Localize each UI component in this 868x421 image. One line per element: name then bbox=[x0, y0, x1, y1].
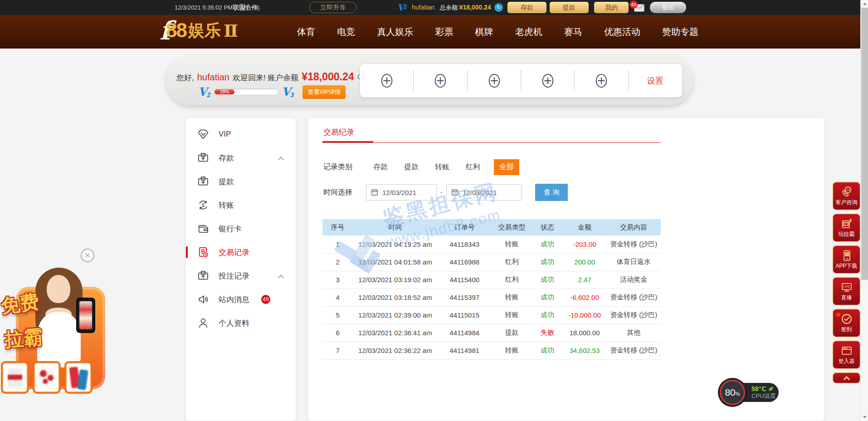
sidebar-item-transaction-record[interactable]: 交易记录 bbox=[186, 240, 296, 264]
promo-phone-image bbox=[76, 298, 95, 333]
account-balance: ¥18,000.24 bbox=[302, 71, 354, 83]
leaf-icon bbox=[768, 386, 774, 392]
cell-type: 红利 bbox=[492, 253, 532, 271]
sidebar-item-withdraw[interactable]: 提款 bbox=[186, 170, 296, 193]
date-to-input[interactable] bbox=[446, 184, 522, 201]
vertical-scrollbar[interactable] bbox=[860, 0, 868, 421]
free-slots-promo-banner[interactable]: 免费 拉霸 bbox=[0, 268, 107, 395]
promo-text-line1: 免费 bbox=[0, 289, 40, 319]
plus-circle-icon bbox=[594, 72, 609, 89]
sidebar-item-bank-card[interactable]: 银行卡 bbox=[186, 217, 296, 240]
quick-add-slot-3[interactable] bbox=[468, 64, 521, 97]
withdraw-button[interactable]: 提款 bbox=[550, 2, 589, 13]
launcher-button[interactable]: 登入器 bbox=[832, 340, 861, 369]
alliance-link[interactable]: 联盟合作 bbox=[233, 0, 258, 15]
deposit-button[interactable]: 存款 bbox=[507, 2, 546, 13]
rail-button-label: 直播 bbox=[841, 294, 852, 302]
cell-time: 12/03/2021 03:19:02 am bbox=[353, 271, 438, 289]
nav-item[interactable]: 真人娱乐 bbox=[377, 26, 413, 38]
mine-button[interactable]: 我的 bbox=[594, 2, 629, 13]
logo-ii: Ⅱ bbox=[224, 20, 238, 41]
message-count-badge: 49 bbox=[261, 295, 270, 304]
sidebar-item-messages[interactable]: 站内消息 49 bbox=[186, 288, 296, 311]
scroll-up-arrow[interactable] bbox=[861, 0, 868, 8]
quick-add-slot-2[interactable] bbox=[414, 64, 467, 97]
transaction-records-panel: 交易纪录 记录类别 存款提款转账红利全部 时间选择 - 查 询 bbox=[307, 117, 825, 421]
slot-reel-jersey bbox=[1, 361, 29, 394]
filter-chip[interactable]: 转账 bbox=[435, 162, 449, 172]
settings-button[interactable]: 设置 bbox=[629, 64, 682, 97]
nav-item[interactable]: 赞助专题 bbox=[662, 26, 698, 38]
table-header-cell: 状态 bbox=[532, 219, 563, 235]
deposit-icon bbox=[197, 152, 210, 164]
upgrade-button[interactable]: 立即升等 bbox=[309, 2, 356, 13]
vip-progress-value: 28% bbox=[215, 89, 234, 94]
nav-item[interactable]: 赛马 bbox=[564, 26, 582, 38]
site-logo[interactable]: f88娱乐Ⅱ bbox=[160, 17, 238, 44]
filter-chip[interactable]: 红利 bbox=[466, 162, 480, 172]
table-row: 7 12/03/2021 02:36:22 am 44114981 转账 成功 … bbox=[322, 342, 661, 359]
rail-button-label: 玩拉霸 bbox=[839, 230, 855, 238]
scrollbar-thumb[interactable] bbox=[861, 8, 868, 280]
app-download-icon bbox=[840, 249, 853, 262]
quick-add-slot-4[interactable] bbox=[521, 64, 575, 97]
nav-item[interactable]: 优惠活动 bbox=[604, 26, 640, 38]
sidebar-item-label: 个人资料 bbox=[219, 318, 249, 328]
nav-item[interactable]: 电竞 bbox=[337, 26, 355, 38]
tab-transaction-records[interactable]: 交易纪录 bbox=[323, 127, 354, 137]
slots-button[interactable]: 777 玩拉霸 bbox=[832, 213, 861, 242]
check-in-button[interactable]: 签到 bbox=[832, 308, 861, 338]
nav-item[interactable]: 彩票 bbox=[435, 26, 453, 38]
table-header-cell: 交易内容 bbox=[607, 219, 661, 235]
profile-person-icon bbox=[197, 317, 210, 329]
collapse-rail-button[interactable] bbox=[832, 372, 861, 384]
date-to-value[interactable] bbox=[463, 189, 512, 196]
filter-chip[interactable]: 提款 bbox=[404, 162, 419, 172]
cell-content: 体育日返水 bbox=[607, 253, 661, 271]
refresh-balance-icon[interactable]: ↻ bbox=[494, 3, 503, 12]
quick-add-slot-5[interactable] bbox=[575, 64, 628, 97]
chevron-up-icon[interactable] bbox=[278, 157, 284, 162]
scroll-down-arrow[interactable] bbox=[861, 413, 868, 421]
live-stream-button[interactable]: LIVE 直播 bbox=[832, 277, 861, 306]
quick-add-slot-1[interactable] bbox=[360, 64, 414, 97]
table-row: 6 12/03/2021 02:36:41 am 44114984 提款 失败 … bbox=[322, 324, 661, 342]
table-header-cell: 序号 bbox=[322, 219, 353, 235]
chevron-up-icon[interactable] bbox=[278, 274, 284, 280]
cpu-usage-unit: % bbox=[736, 391, 740, 397]
date-from-input[interactable] bbox=[366, 184, 437, 201]
logout-button[interactable]: 登出 bbox=[650, 2, 686, 13]
transaction-table: 序号时间订单号交易类型状态金额交易内容 1 12/03/2021 04:19:2… bbox=[322, 219, 661, 360]
filter-chip[interactable]: 全部 bbox=[494, 159, 519, 175]
nav-item[interactable]: 棋牌 bbox=[475, 26, 493, 38]
app-download-button[interactable]: APP下载 bbox=[832, 245, 861, 274]
filter-chip[interactable]: 存款 bbox=[373, 162, 388, 172]
cell-order-number: 44115397 bbox=[438, 289, 492, 306]
sidebar-item-label: 银行卡 bbox=[219, 224, 242, 234]
nav-item[interactable]: 老虎机 bbox=[515, 26, 542, 38]
svg-text:777: 777 bbox=[844, 223, 848, 225]
sidebar-item-label: 交易记录 bbox=[219, 247, 249, 258]
sidebar-item-label: 投注记录 bbox=[219, 271, 249, 281]
cell-amount: -6,602.00 bbox=[563, 289, 607, 306]
sidebar-item-bet-record[interactable]: 投注记录 bbox=[186, 264, 296, 288]
sidebar-item-label: 站内消息 bbox=[219, 294, 249, 305]
nav-item[interactable]: 体育 bbox=[297, 26, 315, 38]
cell-index: 6 bbox=[322, 324, 353, 342]
cell-content: 活动奖金 bbox=[607, 271, 661, 289]
promo-close-icon[interactable]: ✕ bbox=[81, 249, 94, 262]
date-from-value[interactable] bbox=[382, 189, 432, 196]
cell-type: 转账 bbox=[492, 235, 532, 253]
vip-detail-button[interactable]: 查看VIP详情 bbox=[302, 85, 346, 99]
sidebar-item-transfer[interactable]: $ 转账 bbox=[186, 193, 296, 217]
sidebar-item-profile[interactable]: 个人资料 bbox=[186, 311, 296, 335]
search-button[interactable]: 查 询 bbox=[535, 184, 568, 201]
bet-record-icon bbox=[197, 269, 210, 282]
cell-amount: -203.00 bbox=[563, 235, 607, 253]
sidebar-item-deposit[interactable]: 存款 bbox=[186, 146, 296, 170]
customer-service-button[interactable]: 24 客户咨询 bbox=[832, 181, 861, 210]
sidebar-item-vip[interactable]: VIP bbox=[186, 122, 296, 146]
transaction-table-body: 1 12/03/2021 04:19:25 am 44118343 转账 成功 … bbox=[322, 235, 661, 359]
cell-order-number: 44116988 bbox=[438, 253, 492, 271]
vip-num: 2 bbox=[404, 0, 407, 15]
